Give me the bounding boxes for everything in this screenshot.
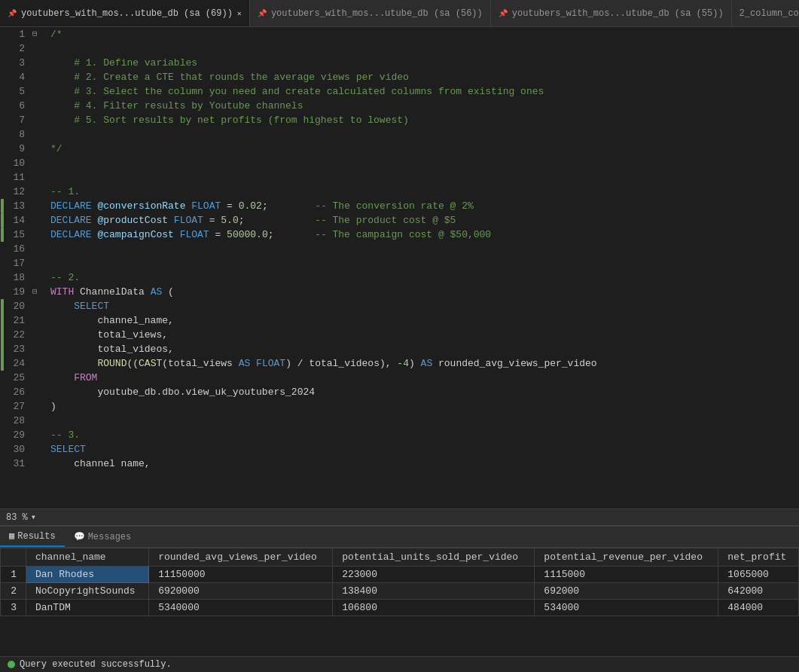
close-icon-1[interactable]: ✕ <box>237 9 242 18</box>
line-numbers: 1 2 3 4 5 6 7 8 9 10 11 12 13 14 15 16 1… <box>5 27 31 509</box>
cell-rounded-2[interactable]: 6920000 <box>149 583 333 600</box>
cell-channel-3[interactable]: DanTDM <box>26 600 148 616</box>
cell-revenue-1[interactable]: 1115000 <box>535 567 718 583</box>
code-editor[interactable]: /* # 1. Define variables # 2. Create a C… <box>43 27 799 509</box>
zoom-value: 83 % <box>6 512 28 523</box>
tab-3-label: youtubers_with_mos...utube_db (sa (55)) <box>512 8 724 19</box>
cell-rounded-1[interactable]: 11150000 <box>149 567 333 583</box>
results-tab-messages[interactable]: 💬 Messages <box>65 527 141 547</box>
results-tab-results[interactable]: ▦ Results <box>0 527 65 547</box>
table-header-row: channel_name rounded_avg_views_per_video… <box>1 548 799 567</box>
messages-tab-label: Messages <box>88 532 132 542</box>
results-panel: ▦ Results 💬 Messages channel_name rounde… <box>0 525 799 672</box>
status-dot-icon <box>8 661 15 668</box>
pin-icon-3: 📌 <box>499 9 508 18</box>
pin-icon-2: 📌 <box>258 9 267 18</box>
col-header-potential-units[interactable]: potential_units_sold_per_video <box>333 548 535 567</box>
tab-3[interactable]: 📌 youtubers_with_mos...utube_db (sa (55)… <box>491 0 732 26</box>
collapse-gutter: ⊟ ⊟ <box>31 27 43 509</box>
cell-rounded-3[interactable]: 5340000 <box>149 600 333 616</box>
tab-1[interactable]: 📌 youtubers_with_mos...utube_db (sa (69)… <box>0 0 250 26</box>
left-gutter <box>0 27 5 509</box>
cell-units-2[interactable]: 138400 <box>333 583 535 600</box>
zoom-down-btn[interactable]: ▾ <box>31 512 36 523</box>
row-num-1: 1 <box>1 567 26 583</box>
grid-icon: ▦ <box>9 530 14 542</box>
col-header-potential-revenue[interactable]: potential_revenue_per_video <box>535 548 718 567</box>
data-table-wrap: channel_name rounded_avg_views_per_video… <box>0 548 799 656</box>
cell-profit-3[interactable]: 484000 <box>718 600 799 616</box>
cell-units-1[interactable]: 223000 <box>333 567 535 583</box>
query-status-bar: Query executed successfully. <box>0 656 799 672</box>
col-header-net-profit[interactable]: net_profit <box>718 548 799 567</box>
table-row[interactable]: 1 Dan Rhodes 11150000 223000 1115000 106… <box>1 567 799 583</box>
tab-4-label: 2_column_count_che...utube_db (sa (73)) <box>740 8 799 19</box>
table-row[interactable]: 2 NoCopyrightSounds 6920000 138400 69200… <box>1 583 799 600</box>
tab-2-label: youtubers_with_mos...utube_db (sa (56)) <box>271 8 483 19</box>
results-tabs-bar: ▦ Results 💬 Messages <box>0 527 799 548</box>
cell-profit-1[interactable]: 1065000 <box>718 567 799 583</box>
results-table: channel_name rounded_avg_views_per_video… <box>0 548 799 616</box>
row-num-3: 3 <box>1 600 26 616</box>
editor-inner: 1 2 3 4 5 6 7 8 9 10 11 12 13 14 15 16 1… <box>0 27 799 509</box>
cell-channel-2[interactable]: NoCopyrightSounds <box>26 583 148 600</box>
results-tab-label: Results <box>17 531 55 542</box>
table-row[interactable]: 3 DanTDM 5340000 106800 534000 484000 <box>1 600 799 616</box>
cell-units-3[interactable]: 106800 <box>333 600 535 616</box>
message-icon: 💬 <box>74 531 85 542</box>
tab-2[interactable]: 📌 youtubers_with_mos...utube_db (sa (56)… <box>250 0 491 26</box>
cell-channel-1[interactable]: Dan Rhodes <box>26 567 148 583</box>
cell-profit-2[interactable]: 642000 <box>718 583 799 600</box>
col-header-channel-name[interactable]: channel_name <box>26 548 148 567</box>
editor-scroll-area: 1 2 3 4 5 6 7 8 9 10 11 12 13 14 15 16 1… <box>0 27 799 509</box>
row-num-2: 2 <box>1 583 26 600</box>
cell-revenue-3[interactable]: 534000 <box>535 600 718 616</box>
editor-and-results: 1 2 3 4 5 6 7 8 9 10 11 12 13 14 15 16 1… <box>0 27 799 672</box>
cell-revenue-2[interactable]: 692000 <box>535 583 718 600</box>
tab-4[interactable]: 2_column_count_che...utube_db (sa (73)) <box>732 0 799 26</box>
tab-bar: 📌 youtubers_with_mos...utube_db (sa (69)… <box>0 0 799 27</box>
query-status-text: Query executed successfully. <box>20 659 172 670</box>
tab-1-label: youtubers_with_mos...utube_db (sa (69)) <box>21 8 233 19</box>
pin-icon-1: 📌 <box>8 9 17 18</box>
zoom-bar: 83 % ▾ <box>0 509 799 525</box>
col-header-rounded-avg[interactable]: rounded_avg_views_per_video <box>149 548 333 567</box>
col-header-num <box>1 548 26 567</box>
